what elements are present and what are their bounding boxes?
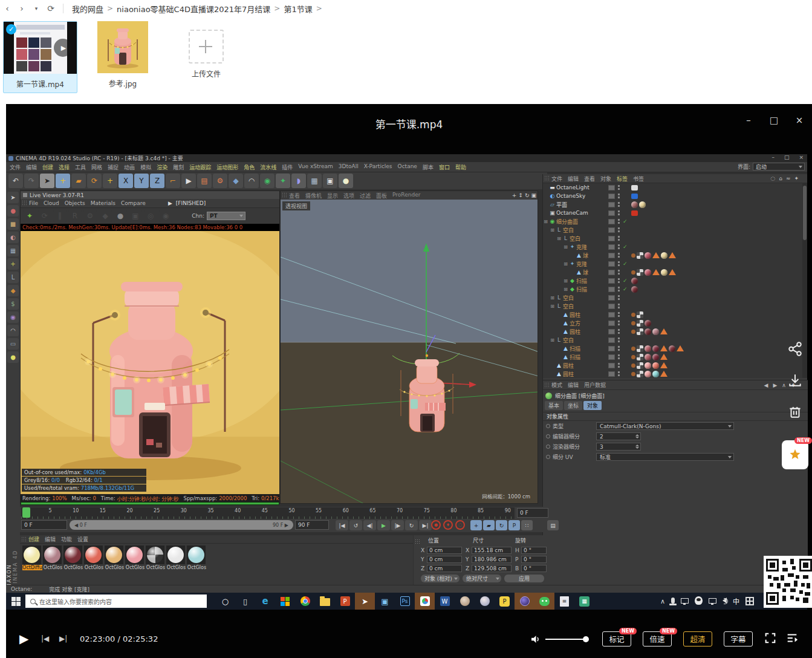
expand-icon[interactable]: ⊞ (550, 337, 555, 343)
c4d-menu-item[interactable]: 运动跟踪 (189, 163, 211, 171)
breadcrumb-root[interactable]: 我的网盘 (72, 3, 103, 15)
refresh-icon[interactable]: ⟳ (44, 4, 58, 13)
render-tag-icon[interactable] (631, 210, 638, 216)
delete-icon[interactable] (787, 404, 803, 420)
enabled-check-icon[interactable]: ✓ (623, 261, 628, 267)
play-icon[interactable]: ▶ (377, 520, 390, 530)
upload-plus-icon[interactable] (189, 30, 224, 64)
object-name[interactable]: 空白 (563, 302, 574, 310)
c4d-menu-item[interactable]: 选择 (59, 163, 70, 171)
display-tag-icon[interactable] (631, 321, 635, 325)
viewport-rotate-icon[interactable]: ↻ (525, 192, 530, 198)
material-tag-icon[interactable] (661, 252, 667, 259)
c4d-menu-item[interactable]: 网格 (91, 163, 102, 171)
next-video-button[interactable]: ▶| (59, 634, 67, 643)
layer-chip[interactable] (608, 295, 615, 301)
play-button[interactable]: ▶ (19, 631, 28, 646)
design-tool-icon[interactable]: ➤ (355, 593, 375, 610)
image-thumbnail[interactable] (97, 21, 148, 73)
material-tag-icon[interactable] (645, 269, 651, 276)
material-item[interactable]: OctGlos (43, 546, 63, 570)
material-tag-icon[interactable] (669, 345, 675, 352)
c4d-menu-item[interactable]: 文件 (10, 163, 21, 171)
key-parameter-icon[interactable]: P (508, 520, 520, 530)
drag-grip-icon[interactable] (544, 175, 549, 181)
object-name[interactable]: 圆柱 (563, 370, 574, 378)
object-name[interactable]: 扫描 (576, 285, 587, 293)
object-name[interactable]: 立方 (570, 319, 580, 327)
breadcrumb-folder[interactable]: niaoniao零基础C4D直播课2021年7月结课 (117, 3, 270, 15)
object-name[interactable]: 克隆 (576, 260, 587, 268)
c4d-menu-item[interactable]: 窗口 (439, 163, 450, 171)
minimize-button[interactable]: – (743, 115, 754, 126)
record-autokey-icon[interactable]: ♦ (443, 520, 453, 530)
tool-key-icon[interactable]: $ (7, 298, 19, 310)
material-preview[interactable] (22, 546, 41, 564)
object-name[interactable]: 空白 (563, 226, 574, 234)
size-x-field[interactable]: 155.18 cm (472, 547, 512, 554)
object-name[interactable]: 圆柱 (570, 311, 580, 319)
layer-chip[interactable] (608, 321, 615, 326)
expand-icon[interactable]: ⊞ (550, 304, 555, 309)
phong-tag-icon[interactable] (677, 345, 684, 351)
layer-chip[interactable] (608, 194, 615, 199)
tray-ime-mode-icon[interactable] (745, 597, 754, 605)
phong-tag-icon[interactable] (660, 328, 667, 334)
record-keyframe-icon[interactable]: ● (431, 520, 441, 530)
lv-settings-icon[interactable]: ⚙ (83, 210, 97, 222)
position-z-field[interactable]: 0 cm (427, 565, 462, 572)
tray-monitor-icon[interactable] (681, 598, 689, 605)
material-tag-icon[interactable] (645, 345, 651, 352)
restart-render-icon[interactable]: ⟳ (38, 210, 51, 222)
drag-grip-icon[interactable] (21, 536, 26, 542)
visibility-dots[interactable] (617, 269, 620, 276)
live-viewer-menu-item[interactable]: Objects (65, 200, 85, 206)
object-row[interactable]: ▲立方 (543, 319, 803, 327)
c4d-menu-item[interactable]: 角色 (244, 163, 255, 171)
c4d-menu-item[interactable]: 插件 (282, 163, 293, 171)
expand-icon[interactable]: ⊞ (550, 227, 555, 233)
octane-render-icon[interactable] (415, 593, 435, 610)
texture-tag-icon[interactable] (637, 320, 643, 327)
notepad-icon[interactable]: ≡ (554, 593, 574, 610)
layer-chip[interactable] (608, 354, 615, 360)
layer-chip[interactable] (608, 210, 615, 216)
object-row[interactable]: ▲圆柱 (543, 370, 803, 378)
drag-grip-icon[interactable] (415, 539, 420, 545)
texture-tag-icon[interactable] (637, 328, 643, 335)
render-view-icon[interactable]: ▶ (181, 174, 196, 188)
expand-icon[interactable]: ⊞ (563, 278, 568, 284)
breadcrumb-current[interactable]: 第1节课 (284, 3, 312, 15)
layer-chip[interactable] (608, 185, 615, 191)
material-tag-icon[interactable] (631, 286, 638, 293)
texture-tag-icon[interactable] (637, 354, 643, 360)
size-mode-dropdown[interactable]: 绝对尺寸 (463, 575, 501, 582)
object-row[interactable]: ⊞L空白 (543, 226, 803, 234)
tool-axis-icon[interactable]: + (7, 258, 19, 270)
axis-x-icon[interactable]: X (119, 174, 133, 188)
display-tag-icon[interactable] (631, 372, 635, 376)
windows-app-icon[interactable] (275, 593, 295, 610)
object-manager-menu-item[interactable]: 对象 (600, 175, 611, 183)
maximize-button[interactable]: □ (768, 115, 779, 126)
c4d-menu-item[interactable]: 雕刻 (173, 163, 184, 171)
axis-z-icon[interactable]: Z (150, 174, 164, 188)
attribute-tab-对象[interactable]: 对象 (583, 401, 602, 410)
material-preview[interactable] (84, 546, 103, 564)
layer-chip[interactable] (608, 227, 615, 233)
c4d-menu-item[interactable]: 帮助 (455, 163, 466, 171)
material-tag-icon[interactable] (661, 269, 667, 276)
live-select-icon[interactable]: ➤ (40, 174, 54, 188)
layer-chip[interactable] (608, 304, 615, 309)
layer-chip[interactable] (608, 261, 615, 267)
quality-button[interactable]: 超清 (683, 631, 712, 647)
viewport-menu-item[interactable]: ProRender (392, 192, 420, 200)
tool-doodle-icon[interactable]: ◠ (7, 325, 19, 336)
play-overlay-icon[interactable]: ▶ (54, 39, 72, 57)
add-light-icon[interactable]: ● (339, 174, 353, 188)
om-home-icon[interactable]: ⌂ (779, 175, 782, 181)
object-name[interactable]: OctaneSky (556, 193, 585, 199)
object-row[interactable]: ⊞L空白 (543, 234, 803, 243)
add-mograph-icon[interactable]: ✦ (276, 174, 290, 188)
layer-chip[interactable] (608, 312, 615, 318)
